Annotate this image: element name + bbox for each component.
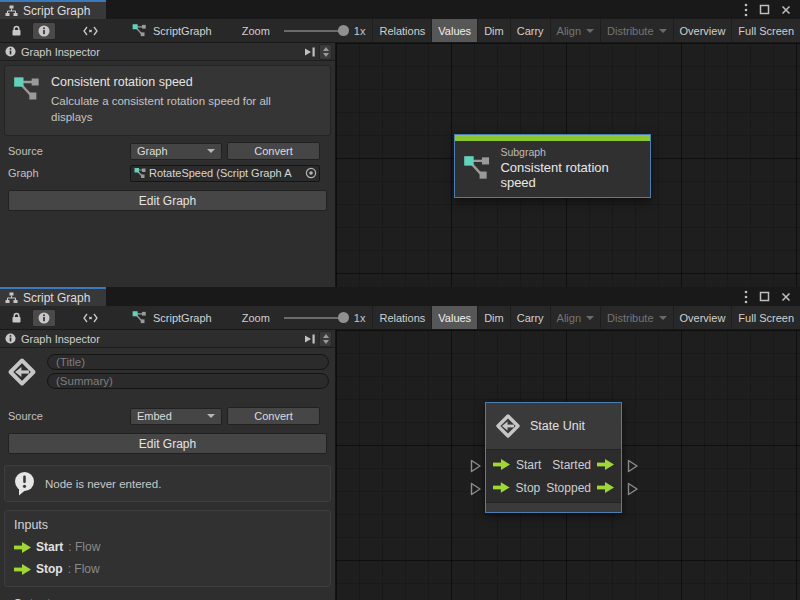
lock-button[interactable] xyxy=(4,309,28,327)
node-type-label: Subgraph xyxy=(500,146,640,158)
tab-bar: Script Graph xyxy=(0,0,800,19)
source-label: Source xyxy=(8,410,130,422)
breadcrumb[interactable]: ScriptGraph xyxy=(132,23,212,38)
align-button[interactable]: Align xyxy=(550,19,600,42)
dock-icon[interactable] xyxy=(304,47,316,57)
graph-canvas-bottom[interactable]: State Unit Start Started xyxy=(336,330,800,600)
close-icon[interactable] xyxy=(781,5,791,15)
tab-script-graph[interactable]: Script Graph xyxy=(0,0,106,19)
flow-arrow-icon[interactable] xyxy=(597,459,614,470)
output-port-started[interactable] xyxy=(627,459,639,473)
lock-icon xyxy=(11,25,22,37)
carry-button[interactable]: Carry xyxy=(510,306,550,329)
node-title-editor xyxy=(4,354,331,389)
graph-field-label: Graph xyxy=(8,167,130,179)
values-button[interactable]: Values xyxy=(431,306,477,329)
inspector-header: Graph Inspector xyxy=(0,330,335,348)
flow-arrow-icon[interactable] xyxy=(597,482,614,493)
flow-arrow-icon[interactable] xyxy=(493,482,510,493)
align-button[interactable]: Align xyxy=(550,306,600,329)
breadcrumb-label: ScriptGraph xyxy=(153,312,212,324)
script-graph-window-top: Script Graph ScriptGraph Z xyxy=(0,0,800,287)
tab-title: Script Graph xyxy=(23,291,90,305)
summary-input[interactable] xyxy=(47,373,329,389)
convert-button[interactable]: Convert xyxy=(227,407,320,425)
source-dropdown[interactable]: Graph xyxy=(130,143,222,160)
edit-graph-button[interactable]: Edit Graph xyxy=(8,190,327,211)
subgraph-node[interactable]: Subgraph Consistent rotation speed xyxy=(454,134,651,198)
tab-bar: Script Graph xyxy=(0,287,800,306)
edit-graph-button[interactable]: Edit Graph xyxy=(8,433,327,454)
chevron-down-icon xyxy=(207,414,215,418)
source-dropdown[interactable]: Embed xyxy=(130,408,222,425)
port-type: : Flow xyxy=(68,562,100,576)
graph-toolbar: ScriptGraph Zoom 1x Relations Values Dim… xyxy=(0,306,800,330)
overview-button[interactable]: Overview xyxy=(673,306,732,329)
close-icon[interactable] xyxy=(781,292,791,302)
tab-title: Script Graph xyxy=(23,4,90,18)
info-icon xyxy=(38,312,50,324)
port-name: Start xyxy=(36,540,63,554)
port-name: Stop xyxy=(36,562,63,576)
script-graph-icon xyxy=(134,167,146,179)
menu-icon[interactable] xyxy=(744,2,748,18)
menu-icon[interactable] xyxy=(744,289,748,305)
distribute-button[interactable]: Distribute xyxy=(600,306,672,329)
warning-text: Node is never entered. xyxy=(45,478,161,490)
zoom-slider[interactable] xyxy=(284,30,346,32)
breadcrumb[interactable]: ScriptGraph xyxy=(132,310,212,325)
distribute-button[interactable]: Distribute xyxy=(600,19,672,42)
input-port-stop[interactable] xyxy=(470,482,482,496)
code-icon xyxy=(83,26,98,36)
maximize-icon[interactable] xyxy=(759,291,770,302)
fullscreen-button[interactable]: Full Screen xyxy=(731,19,800,42)
source-dropdown-value: Graph xyxy=(137,145,168,157)
inspector-toggle-button[interactable] xyxy=(32,309,56,327)
scroll-down-icon xyxy=(323,340,329,344)
zoom-slider-thumb[interactable] xyxy=(338,312,349,323)
zoom-label: Zoom xyxy=(242,25,270,37)
state-unit-icon xyxy=(7,357,37,387)
overview-button[interactable]: Overview xyxy=(673,19,732,42)
graph-object-field[interactable]: RotateSpeed (Script Graph A xyxy=(130,165,320,182)
object-picker-icon[interactable] xyxy=(305,167,317,179)
flow-arrow-icon xyxy=(14,542,31,553)
graph-object-value: RotateSpeed (Script Graph A xyxy=(149,167,302,179)
output-port-stopped[interactable] xyxy=(627,482,639,496)
node-title: State Unit xyxy=(530,419,585,433)
relations-button[interactable]: Relations xyxy=(372,306,431,329)
debug-view-button[interactable] xyxy=(78,22,102,40)
flow-arrow-icon[interactable] xyxy=(493,459,510,470)
input-port-start[interactable] xyxy=(470,459,482,473)
node-title: Consistent rotation speed xyxy=(500,160,640,190)
maximize-icon[interactable] xyxy=(759,4,770,15)
dim-button[interactable]: Dim xyxy=(477,19,510,42)
warning-bubble-icon xyxy=(13,471,36,496)
fullscreen-button[interactable]: Full Screen xyxy=(731,306,800,329)
values-button[interactable]: Values xyxy=(431,19,477,42)
convert-button[interactable]: Convert xyxy=(227,142,320,160)
lock-button[interactable] xyxy=(4,22,28,40)
debug-view-button[interactable] xyxy=(78,309,102,327)
pane-scrubber[interactable] xyxy=(319,331,332,347)
carry-button[interactable]: Carry xyxy=(510,19,550,42)
zoom-slider-thumb[interactable] xyxy=(338,25,349,36)
graph-inspector-top: Graph Inspector Consistent rotation spee… xyxy=(0,43,336,287)
dim-button[interactable]: Dim xyxy=(477,306,510,329)
title-input[interactable] xyxy=(47,354,329,370)
dock-icon[interactable] xyxy=(304,334,316,344)
node-port-row: Stop Stopped xyxy=(486,476,621,499)
hierarchy-icon xyxy=(5,5,18,17)
tab-script-graph[interactable]: Script Graph xyxy=(0,287,106,306)
pane-scrubber[interactable] xyxy=(319,44,332,60)
graph-canvas-top[interactable]: Subgraph Consistent rotation speed xyxy=(336,43,800,287)
relations-button[interactable]: Relations xyxy=(372,19,431,42)
zoom-value: 1x xyxy=(354,25,366,37)
graph-summary: Consistent rotation speed Calculate a co… xyxy=(4,65,331,136)
state-unit-node[interactable]: State Unit Start Started xyxy=(485,402,622,513)
inspector-title: Graph Inspector xyxy=(21,46,100,58)
script-graph-window-bottom: Script Graph ScriptGraph Z xyxy=(0,287,800,600)
port-label-started: Started xyxy=(552,458,591,472)
zoom-slider[interactable] xyxy=(284,317,346,319)
inspector-toggle-button[interactable] xyxy=(32,22,56,40)
